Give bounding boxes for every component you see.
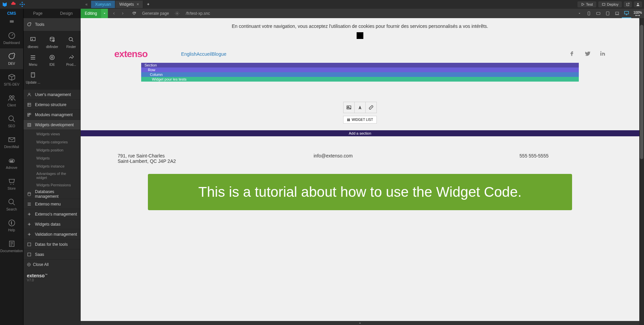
rail-sitedev[interactable]: SITE-DEV [0, 69, 23, 90]
submenu-permissions[interactable]: Widgets Permissions [24, 181, 81, 189]
nav-blog[interactable]: Blogue [212, 51, 227, 57]
bottom-panel-toggle[interactable] [81, 321, 639, 325]
cookie-close-button[interactable] [357, 32, 363, 39]
bar-section[interactable]: Section [141, 63, 579, 67]
tool-dbexec[interactable]: dbexec [24, 34, 43, 51]
add-tab-button[interactable]: ✦ [143, 1, 153, 8]
cloud-icon[interactable] [11, 2, 16, 7]
bar-column[interactable]: Column [141, 72, 579, 77]
svg-rect-40 [600, 53, 601, 56]
rail-dev[interactable]: DEV [0, 48, 23, 69]
site-header: extenso EnglishAccueilBlogue [81, 45, 639, 63]
svg-point-41 [600, 51, 601, 52]
svg-point-34 [176, 13, 178, 14]
menu-extenso-mgmt[interactable]: Extenso's management [24, 209, 81, 219]
url-display[interactable]: /fr/test-xp.snc [183, 9, 213, 18]
submenu-categories[interactable]: Widgets categories [24, 138, 81, 146]
close-icon[interactable]: × [136, 2, 139, 7]
menu-modules[interactable]: Modules managment [24, 110, 81, 120]
link-icon[interactable] [366, 102, 376, 113]
image-icon[interactable] [344, 102, 355, 113]
menu-saas[interactable]: Saas [24, 249, 81, 260]
device-desktop[interactable] [622, 9, 631, 18]
test-button[interactable]: Test [577, 1, 596, 7]
rail-store[interactable]: Store [0, 173, 23, 194]
twitter-icon[interactable] [584, 50, 590, 58]
nav-lang[interactable]: English [181, 51, 197, 57]
submenu-widgets[interactable]: Widgets [24, 154, 81, 162]
generate-page-button[interactable]: Generate page [138, 11, 173, 16]
menu-widgets-dev[interactable]: Widgets development [24, 120, 81, 130]
submenu-views[interactable]: Widgets views [24, 130, 81, 138]
dropdown-button[interactable] [575, 9, 584, 18]
tab-page[interactable]: Page [24, 9, 52, 18]
tool-prod[interactable]: Prod... [62, 51, 81, 69]
external-link-button[interactable] [624, 1, 632, 7]
gear-icon[interactable] [19, 2, 25, 7]
menu-databases[interactable]: Databases management [24, 189, 81, 199]
rail-directmail[interactable]: DirectMail [0, 132, 23, 152]
rail-documentation[interactable]: Documentation [0, 236, 23, 257]
svg-text:ad: ad [10, 159, 13, 162]
linkedin-icon[interactable] [600, 50, 606, 58]
refresh-button[interactable] [130, 11, 138, 16]
svg-point-0 [22, 4, 23, 5]
widget-list-button[interactable]: WIDGET LIST [343, 116, 377, 124]
nav-back[interactable] [110, 9, 118, 18]
settings-button[interactable] [173, 11, 181, 16]
tool-ide[interactable]: IDE [43, 51, 62, 69]
facebook-icon[interactable] [569, 50, 575, 58]
svg-text:i: i [11, 221, 12, 225]
menu-extenso-menu[interactable]: Extenso menu [24, 199, 81, 209]
cookie-bar: En continuant votre navigation, vous acc… [81, 18, 639, 45]
text-icon[interactable] [355, 102, 366, 113]
submenu-advantages[interactable]: Advantages of the widget [24, 170, 81, 181]
tool-finder[interactable]: Finder [62, 34, 81, 51]
device-laptop[interactable] [612, 9, 622, 18]
rail-dashboard[interactable]: Dashboard [0, 28, 23, 48]
svg-rect-29 [29, 124, 30, 126]
scrollbar-thumb[interactable] [640, 25, 643, 159]
cms-header[interactable]: CMS [0, 9, 23, 18]
submenu-instance[interactable]: Widgets instance [24, 162, 81, 170]
editing-button[interactable]: Editing [81, 9, 101, 18]
site-logo[interactable]: extenso [114, 49, 148, 59]
bar-row[interactable]: Row [141, 67, 579, 72]
editing-chevron[interactable] [101, 9, 108, 18]
close-all-button[interactable]: Close All [24, 260, 81, 270]
add-section-button[interactable]: Add a section [81, 130, 639, 136]
rail-search[interactable]: Search [0, 194, 23, 215]
menu-widgets-datas[interactable]: Widgets datas [24, 219, 81, 229]
zoom-indicator[interactable]: 100% [631, 11, 644, 16]
tab-xueyuan[interactable]: Xueyuan [91, 1, 115, 8]
deploy-button[interactable]: Deploy [598, 1, 622, 7]
device-tablet-v[interactable] [603, 9, 612, 18]
rail-seo[interactable]: SEO [0, 111, 23, 132]
menu-structure[interactable]: Extenso structure [24, 100, 81, 110]
device-mobile[interactable] [584, 9, 594, 18]
nav-home[interactable]: Accueil [197, 51, 212, 57]
tab-widgets[interactable]: Widgets× [115, 1, 143, 8]
tool-update[interactable]: Update ... [24, 69, 43, 87]
bar-widget[interactable]: Widget pour les tests [141, 77, 579, 82]
svg-rect-27 [28, 115, 29, 116]
tool-menu[interactable]: Menu [24, 51, 43, 69]
submenu-position[interactable]: Widgets position [24, 146, 81, 154]
canvas: En continuant votre navigation, vous acc… [81, 18, 639, 325]
menu-validation[interactable]: Validation management [24, 229, 81, 239]
scrollbar[interactable] [639, 18, 644, 325]
logo-icon[interactable] [2, 2, 7, 7]
rail-sub-icon[interactable] [0, 18, 23, 25]
menu-datas-tools[interactable]: Datas for the tools [24, 239, 81, 249]
device-tablet-h[interactable] [594, 9, 603, 18]
rail-client[interactable]: Client [0, 90, 23, 111]
rail-adnove[interactable]: adAdnove [0, 152, 23, 173]
tab-design[interactable]: Design [52, 9, 81, 18]
nav-forward[interactable] [119, 9, 127, 18]
menu-users[interactable]: User's management [24, 90, 81, 100]
tool-dbfinder[interactable]: dbfinder [43, 34, 62, 51]
tabs-chevron-left[interactable]: « [85, 2, 88, 7]
rail-help[interactable]: iHelp [0, 215, 23, 236]
user-button[interactable] [634, 1, 642, 7]
tools-header[interactable]: Tools [24, 18, 81, 31]
